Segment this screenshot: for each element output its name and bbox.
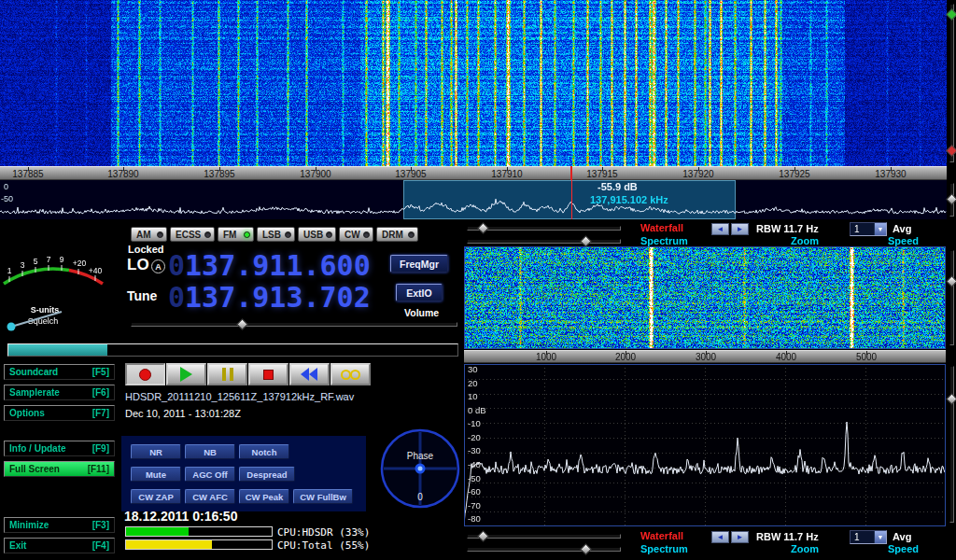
audio-waterfall-handle[interactable] (946, 275, 956, 287)
s-meter-label: +20 (73, 259, 87, 268)
mode-button-fm[interactable]: FM (218, 227, 254, 242)
info-update-button[interactable]: Info / Update[F9] (4, 441, 115, 456)
lo-frequency-value[interactable]: 137.911.600 (185, 249, 371, 282)
freq-tick-label: 137890 (101, 169, 146, 179)
strip-scale-handle[interactable] (946, 193, 956, 205)
nr-button[interactable]: NR (131, 444, 181, 459)
upper-zoom-slider[interactable] (467, 239, 621, 244)
nb-button[interactable]: NB (185, 444, 235, 459)
fullscreen-button[interactable]: Full Screen[F11] (4, 461, 115, 477)
lower-rbw-increase-button[interactable]: ► (731, 531, 749, 543)
phase-dial[interactable]: Phase 0 (377, 426, 463, 511)
audio-freq-label: 2000 (607, 352, 644, 362)
mode-button-usb[interactable]: USB (298, 227, 336, 242)
mode-button-lsb[interactable]: LSB (257, 227, 295, 242)
upper-zoom-label: Zoom (791, 235, 819, 246)
audio-freq-label: 5000 (848, 352, 885, 362)
volume-slider[interactable] (131, 322, 457, 327)
despread-button[interactable]: Despread (239, 467, 295, 482)
upper-waterfall-contrast-handle[interactable] (477, 222, 489, 234)
lower-waterfall-label[interactable]: Waterfall (640, 530, 683, 541)
dropdown-arrow-icon[interactable]: ▼ (874, 223, 886, 235)
db-label: -20 (468, 433, 481, 442)
lower-spectrum-label[interactable]: Spectrum (640, 543, 688, 554)
audio-waterfall-display[interactable] (464, 246, 946, 349)
lower-avg-value: 1 (851, 531, 874, 543)
squelch-fill (8, 344, 107, 356)
waterfall-max-handle[interactable] (946, 8, 956, 21)
mode-label: CW (344, 230, 360, 240)
rewind-button[interactable] (289, 363, 330, 385)
upper-waterfall-contrast-slider[interactable] (467, 226, 621, 231)
audio-spectrum-track[interactable] (949, 366, 954, 523)
freqmgr-button[interactable]: FreqMgr (390, 255, 448, 273)
exit-button[interactable]: Exit[F4] (4, 538, 115, 553)
extio-button[interactable]: ExtIO (396, 284, 443, 301)
upper-rbw-decrease-button[interactable]: ◄ (711, 223, 729, 235)
cw-afc-button[interactable]: CW AFC (185, 489, 235, 504)
s-meter-tick (49, 265, 49, 271)
mode-label: LSB (262, 230, 281, 240)
s-meter-needle-knob[interactable] (7, 323, 16, 331)
volume-handle[interactable] (236, 318, 248, 330)
mode-button-drm[interactable]: DRM (376, 227, 418, 242)
s-meter-tick (95, 275, 96, 281)
upper-zoom-handle[interactable] (580, 235, 592, 247)
audio-spectrum-handle[interactable] (946, 393, 956, 405)
cw-zap-button[interactable]: CW ZAP (131, 489, 181, 504)
lower-rbw-decrease-button[interactable]: ◄ (711, 531, 729, 543)
lower-waterfall-contrast-slider[interactable] (467, 534, 621, 539)
soundcard-button[interactable]: Soundcard[F5] (4, 364, 115, 380)
nav-label: Samplerate (9, 387, 60, 398)
s-meter-label: 1 (7, 266, 12, 275)
loop-button[interactable] (330, 363, 371, 385)
strip-scale-track[interactable] (949, 183, 954, 217)
upper-spectrum-label[interactable]: Spectrum (640, 235, 688, 246)
lo-frequency-display[interactable]: 0137.911.600 (168, 249, 371, 282)
tune-frequency-value[interactable]: 137.913.702 (185, 281, 371, 314)
s-meter-green-arc (4, 269, 69, 284)
mute-button[interactable]: Mute (131, 467, 181, 482)
lower-zoom-slider[interactable] (467, 547, 621, 552)
play-button[interactable] (166, 363, 206, 385)
frequency-scale[interactable]: 137885 137890 137895 137900 137905 13791… (0, 166, 947, 180)
notch-button[interactable]: Notch (239, 444, 289, 459)
main-waterfall-display[interactable] (0, 0, 947, 166)
pause-button[interactable] (207, 363, 247, 385)
agc-off-button[interactable]: AGC Off (185, 467, 235, 482)
audio-spectrum-display[interactable] (464, 364, 946, 526)
tune-frequency-display[interactable]: 0137.913.702 (168, 281, 371, 314)
overview-spectrum[interactable] (0, 180, 947, 219)
mode-button-ecss[interactable]: ECSS (170, 227, 215, 242)
upper-waterfall-label[interactable]: Waterfall (640, 222, 683, 233)
squelch-bar[interactable] (7, 343, 458, 357)
upper-rbw-increase-button[interactable]: ► (731, 223, 749, 235)
audio-waterfall-track[interactable] (949, 250, 954, 345)
waterfall-min-handle[interactable] (946, 145, 956, 157)
cw-peak-button[interactable]: CW Peak (239, 489, 289, 504)
samplerate-button[interactable]: Samplerate[F6] (4, 385, 115, 400)
audio-frequency-scale[interactable]: 1000 2000 3000 4000 5000 (464, 350, 946, 363)
options-button[interactable]: Options[F7] (4, 405, 115, 421)
mode-label: DRM (382, 230, 403, 240)
record-button[interactable] (125, 363, 165, 385)
phase-label: Phase (407, 451, 434, 461)
lower-avg-label: Avg (893, 531, 911, 542)
lower-waterfall-contrast-handle[interactable] (477, 530, 489, 542)
lower-zoom-handle[interactable] (580, 543, 592, 555)
dropdown-arrow-icon[interactable]: ▼ (874, 531, 886, 543)
waterfall-amplitude-track[interactable] (949, 4, 954, 162)
nav-key: [F11] (88, 464, 109, 474)
minimize-button[interactable]: Minimize[F3] (4, 517, 115, 533)
hdsdr-app: 137885 137890 137895 137900 137905 13791… (0, 0, 956, 560)
mode-button-cw[interactable]: CW (339, 227, 373, 242)
freq-tick-label: 137920 (676, 169, 721, 179)
upper-avg-select[interactable]: 1▼ (850, 222, 887, 236)
mode-button-am[interactable]: AM (131, 227, 167, 242)
cpu-total-bar (125, 539, 273, 550)
stop-button[interactable] (248, 363, 288, 385)
freq-tick-label: 137910 (485, 169, 529, 179)
cw-fullbw-button[interactable]: CW FullBw (293, 489, 353, 504)
lo-autolock-button[interactable]: A (151, 259, 165, 273)
lower-avg-select[interactable]: 1▼ (850, 530, 887, 544)
